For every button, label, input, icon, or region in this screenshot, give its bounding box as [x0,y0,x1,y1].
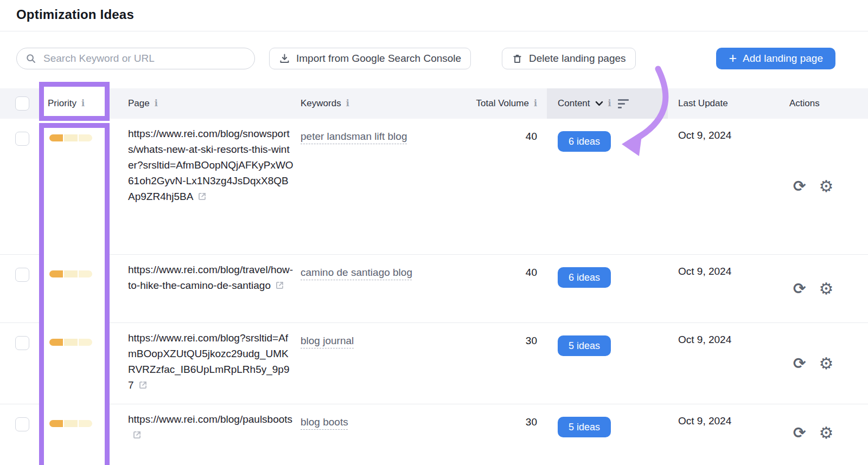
page-title: Optimization Ideas [16,7,134,22]
row-checkbox[interactable] [15,336,29,350]
page-url-cell: https://www.rei.com/blog?srsltid=AfmBOop… [128,330,294,395]
page-url-cell: https://www.rei.com/blog/travel/how-to-h… [128,262,294,295]
page-url: https://www.rei.com/blog?srsltid=AfmBOop… [128,332,289,391]
title-bar: Optimization Ideas [0,0,868,31]
refresh-icon[interactable]: ⟳ [793,356,806,371]
page-url-cell: https://www.rei.com/blog/paulsboots [128,411,294,444]
last-update-value: Oct 9, 2024 [678,415,731,427]
external-link-icon[interactable] [138,379,148,395]
last-update-value: Oct 9, 2024 [678,334,731,346]
content-ideas-button[interactable]: 6 ideas [558,267,611,288]
column-header-keywords: Keywords i [301,88,349,119]
total-volume-header-label: Total Volume [476,98,529,109]
keyword-link[interactable]: blog boots [301,416,348,428]
content-ideas-cell: 6 ideas [558,267,611,288]
gear-icon[interactable]: ⚙ [819,356,833,372]
keyword-cell: blog boots [301,414,431,430]
column-header-priority: Priority i [48,88,85,119]
delete-landing-pages-button[interactable]: Delete landing pages [502,48,636,69]
content-ideas-button[interactable]: 6 ideas [558,131,611,152]
info-icon[interactable]: i [81,99,85,108]
search-input-wrapper [16,48,255,69]
gear-icon[interactable]: ⚙ [819,425,833,441]
keyword-link[interactable]: peter landsman lift blog [301,131,407,142]
column-header-last-update: Last Update [678,88,728,119]
refresh-icon[interactable]: ⟳ [793,281,806,296]
column-header-total-volume: Total Volume i [429,88,537,119]
content-ideas-cell: 5 ideas [558,335,611,356]
select-all-checkbox[interactable] [15,88,29,119]
download-icon [279,53,290,64]
total-volume-value: 40 [456,267,537,279]
table-row: https://www.rei.com/blog/paulsboots blog… [0,404,868,465]
last-update-header-label: Last Update [678,98,728,109]
last-update-value: Oct 9, 2024 [678,266,731,277]
table-row: https://www.rei.com/blog/snowsports/what… [0,119,868,255]
add-landing-page-label: Add landing page [743,53,823,64]
row-checkbox[interactable] [15,268,29,282]
row-checkbox[interactable] [15,417,29,431]
gear-icon[interactable]: ⚙ [819,281,833,297]
trash-icon [512,53,523,64]
table-header: Priority i Page i Keywords i Total Volum… [0,88,868,119]
priority-column-highlight-box [39,123,110,465]
import-gsc-button[interactable]: Import from Google Search Console [269,48,471,69]
row-actions: ⟳ ⚙ [793,425,833,441]
keywords-header-label: Keywords [301,98,341,109]
total-volume-value: 30 [456,416,537,428]
page-header-label: Page [128,98,150,109]
sort-icon[interactable] [618,99,629,108]
page-url: https://www.rei.com/blog/travel/how-to-h… [128,264,293,291]
page-url: https://www.rei.com/blog/snowsports/what… [128,128,293,202]
column-header-content[interactable]: Content i [558,88,629,119]
priority-header-label: Priority [48,98,76,109]
column-header-actions: Actions [789,88,820,119]
keyword-link[interactable]: blog journal [301,335,354,346]
external-link-icon[interactable] [132,429,142,444]
info-icon[interactable]: i [534,99,537,108]
page-url-cell: https://www.rei.com/blog/snowsports/what… [128,126,294,206]
refresh-icon[interactable]: ⟳ [793,425,806,441]
optimization-ideas-page: Optimization Ideas Import from Google Se… [0,0,868,465]
keyword-cell: peter landsman lift blog [301,128,431,145]
info-icon[interactable]: i [346,99,349,108]
page-url: https://www.rei.com/blog/paulsboots [128,414,292,425]
row-actions: ⟳ ⚙ [793,356,833,372]
keyword-cell: blog journal [301,332,431,349]
priority-bar [49,134,92,141]
content-ideas-button[interactable]: 5 ideas [558,417,611,437]
content-ideas-cell: 6 ideas [558,131,611,152]
keyword-link[interactable]: camino de santiago blog [301,267,412,278]
external-link-icon[interactable] [275,279,285,295]
info-icon[interactable]: i [608,99,611,108]
delete-landing-pages-label: Delete landing pages [529,53,626,64]
content-ideas-cell: 5 ideas [558,417,611,437]
priority-bar [49,270,92,277]
row-actions: ⟳ ⚙ [793,178,833,195]
search-icon [25,53,37,64]
total-volume-value: 30 [456,335,537,347]
last-update-value: Oct 9, 2024 [678,130,731,141]
table-body: https://www.rei.com/blog/snowsports/what… [0,119,868,465]
row-actions: ⟳ ⚙ [793,281,833,297]
refresh-icon[interactable]: ⟳ [793,179,806,194]
info-icon[interactable]: i [155,99,158,108]
table-row: https://www.rei.com/blog/travel/how-to-h… [0,255,868,323]
row-checkbox[interactable] [15,132,29,146]
gear-icon[interactable]: ⚙ [819,178,833,195]
search-input[interactable] [42,52,246,65]
content-ideas-button[interactable]: 5 ideas [558,335,611,356]
table-row: https://www.rei.com/blog?srsltid=AfmBOop… [0,323,868,404]
keyword-cell: camino de santiago blog [301,264,431,281]
actions-header-label: Actions [789,98,820,109]
import-gsc-label: Import from Google Search Console [296,53,461,64]
external-link-icon[interactable] [197,190,207,206]
add-landing-page-button[interactable]: + Add landing page [716,48,835,69]
column-header-page: Page i [128,88,158,119]
content-header-label: Content [558,98,590,109]
total-volume-value: 40 [456,131,537,143]
priority-bar [49,420,92,427]
priority-bar [49,339,92,346]
plus-icon: + [729,51,737,65]
chevron-down-icon[interactable] [595,101,603,106]
